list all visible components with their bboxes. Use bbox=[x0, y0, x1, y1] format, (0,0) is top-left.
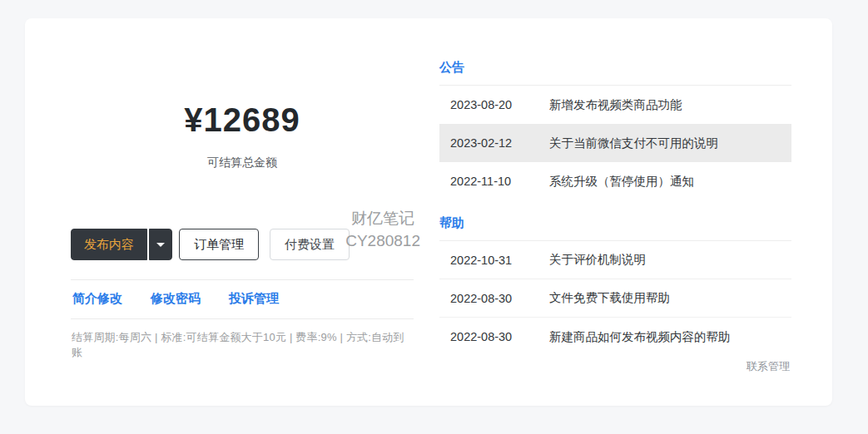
settleable-amount: ¥12689 bbox=[71, 101, 414, 139]
caret-down-icon bbox=[156, 243, 165, 247]
announcements-title: 公告 bbox=[439, 60, 791, 86]
dashboard-card: ¥12689 可结算总金额 发布内容 订单管理 付费设置 财亿笔记 CY2808… bbox=[25, 18, 832, 406]
notices-panel: 公告 2023-08-20 新增发布视频类商品功能 2023-02-12 关于当… bbox=[439, 60, 791, 374]
settlement-info: 结算周期:每周六 | 标准:可结算金额大于10元 | 费率:9% | 方式:自动… bbox=[71, 330, 414, 360]
complaint-management-link[interactable]: 投诉管理 bbox=[229, 291, 279, 307]
announcement-date: 2022-11-10 bbox=[450, 175, 538, 188]
help-text: 文件免费下载使用帮助 bbox=[549, 290, 670, 306]
announcement-row[interactable]: 2023-08-20 新增发布视频类商品功能 bbox=[439, 86, 791, 124]
help-text: 关于评价机制说明 bbox=[549, 252, 646, 268]
announcement-row[interactable]: 2022-11-10 系统升级（暂停使用）通知 bbox=[439, 162, 791, 200]
account-summary-panel: ¥12689 可结算总金额 发布内容 订单管理 付费设置 财亿笔记 CY2808… bbox=[71, 60, 414, 374]
profile-edit-link[interactable]: 简介修改 bbox=[72, 291, 122, 307]
announcement-text: 新增发布视频类商品功能 bbox=[549, 97, 682, 113]
publish-content-button[interactable]: 发布内容 bbox=[71, 229, 147, 260]
change-password-link[interactable]: 修改密码 bbox=[151, 291, 201, 307]
announcement-date: 2023-02-12 bbox=[450, 136, 538, 150]
announcement-date: 2023-08-20 bbox=[450, 98, 538, 111]
help-date: 2022-08-30 bbox=[450, 292, 538, 305]
help-date: 2022-10-31 bbox=[450, 254, 538, 267]
announcement-text: 系统升级（暂停使用）通知 bbox=[549, 174, 694, 190]
watermark-line1: 财亿笔记 bbox=[345, 207, 420, 229]
announcement-row[interactable]: 2023-02-12 关于当前微信支付不可用的说明 bbox=[439, 124, 791, 162]
help-date: 2022-08-30 bbox=[450, 330, 538, 343]
payment-settings-button[interactable]: 付费设置 bbox=[270, 229, 350, 260]
action-buttons-row: 发布内容 订单管理 付费设置 bbox=[71, 229, 414, 260]
settleable-amount-label: 可结算总金额 bbox=[71, 155, 414, 170]
announcements-list: 2023-08-20 新增发布视频类商品功能 2023-02-12 关于当前微信… bbox=[439, 86, 791, 200]
order-management-button[interactable]: 订单管理 bbox=[179, 229, 259, 260]
account-links-row: 简介修改 修改密码 投诉管理 bbox=[71, 279, 414, 319]
help-text: 新建商品如何发布视频内容的帮助 bbox=[549, 329, 731, 345]
help-title: 帮助 bbox=[439, 215, 791, 241]
help-row[interactable]: 2022-08-30 文件免费下载使用帮助 bbox=[439, 279, 791, 318]
help-row[interactable]: 2022-08-30 新建商品如何发布视频内容的帮助 bbox=[439, 318, 791, 356]
help-list: 2022-10-31 关于评价机制说明 2022-08-30 文件免费下载使用帮… bbox=[439, 241, 791, 356]
publish-dropdown-toggle[interactable] bbox=[149, 229, 172, 260]
contact-admin-link[interactable]: 联系管理 bbox=[439, 359, 791, 374]
help-row[interactable]: 2022-10-31 关于评价机制说明 bbox=[439, 241, 791, 279]
announcement-text: 关于当前微信支付不可用的说明 bbox=[549, 136, 718, 151]
publish-split-button: 发布内容 bbox=[71, 229, 172, 260]
